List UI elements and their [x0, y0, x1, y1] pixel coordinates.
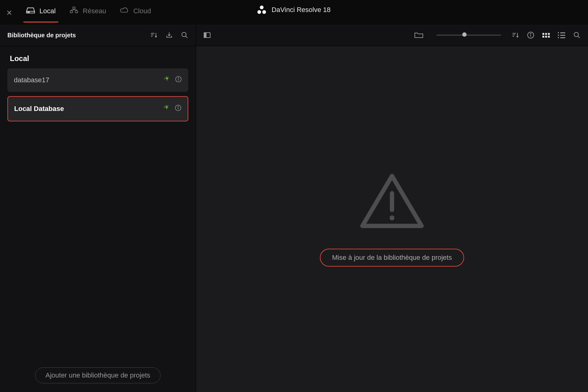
- body: Local database17 Local Database: [0, 46, 588, 392]
- svg-point-23: [178, 78, 179, 78]
- svg-line-20: [578, 36, 580, 38]
- svg-rect-12: [204, 33, 206, 38]
- tab-local[interactable]: Local: [25, 3, 57, 22]
- svg-point-2: [29, 12, 29, 13]
- info-icon[interactable]: [527, 31, 534, 39]
- svg-point-1: [28, 12, 28, 13]
- tab-label: Local: [39, 7, 56, 15]
- main-panel: Mise à jour de la bibliothèque de projet…: [196, 46, 588, 392]
- warning-icon: [358, 172, 426, 231]
- cloud-icon: [120, 6, 129, 16]
- sidebar-section-local: Local: [7, 46, 188, 68]
- sidebar-header: Bibliothèque de projets: [0, 24, 196, 46]
- resolve-logo-icon: [257, 6, 266, 14]
- search-icon[interactable]: [181, 31, 188, 39]
- main-toolbar: [196, 24, 588, 46]
- disk-icon: [26, 6, 35, 16]
- tab-cloud[interactable]: Cloud: [118, 3, 152, 22]
- svg-point-28: [390, 215, 394, 220]
- svg-point-26: [178, 106, 178, 107]
- tab-network[interactable]: Réseau: [68, 3, 108, 22]
- tab-label: Réseau: [83, 7, 106, 15]
- app-title: DaVinci Resolve 18: [257, 6, 331, 14]
- tab-label: Cloud: [133, 7, 151, 15]
- network-icon: [69, 6, 79, 16]
- svg-rect-4: [70, 11, 72, 13]
- thumbnail-size-slider[interactable]: [436, 34, 501, 36]
- svg-point-19: [574, 32, 578, 37]
- svg-point-18: [530, 34, 531, 34]
- database-item[interactable]: Local Database: [7, 96, 188, 121]
- sort-icon[interactable]: [512, 31, 519, 39]
- search-icon[interactable]: [573, 31, 581, 39]
- database-name: Local Database: [14, 105, 64, 113]
- folder-icon[interactable]: [414, 32, 423, 39]
- toolbar-row: Bibliothèque de projets: [0, 24, 588, 46]
- location-tabs: Local Réseau Cloud: [25, 3, 152, 22]
- svg-line-10: [186, 36, 187, 38]
- add-library-button[interactable]: Ajouter une bibliothèque de projets: [35, 367, 160, 383]
- svg-rect-5: [75, 11, 78, 13]
- upgrade-icon[interactable]: [163, 104, 170, 113]
- sort-icon[interactable]: [150, 31, 157, 39]
- app-title-text: DaVinci Resolve 18: [272, 6, 331, 14]
- info-icon[interactable]: [175, 76, 182, 84]
- database-item[interactable]: database17: [7, 68, 188, 92]
- svg-point-9: [182, 32, 186, 37]
- import-icon[interactable]: [165, 31, 173, 39]
- sidebar: Local database17 Local Database: [0, 46, 196, 392]
- grid-view-icon[interactable]: [542, 33, 550, 38]
- upgrade-icon[interactable]: [163, 76, 171, 85]
- sidebar-title: Bibliothèque de projets: [7, 32, 76, 39]
- info-icon[interactable]: [175, 104, 182, 113]
- panel-toggle-icon[interactable]: [203, 31, 211, 39]
- update-library-button[interactable]: Mise à jour de la bibliothèque de projet…: [320, 249, 464, 267]
- close-button[interactable]: ✕: [0, 9, 18, 17]
- svg-rect-3: [73, 7, 75, 9]
- database-name: database17: [14, 76, 49, 84]
- list-view-icon[interactable]: [558, 32, 565, 38]
- top-bar: ✕ Local Réseau: [0, 0, 588, 24]
